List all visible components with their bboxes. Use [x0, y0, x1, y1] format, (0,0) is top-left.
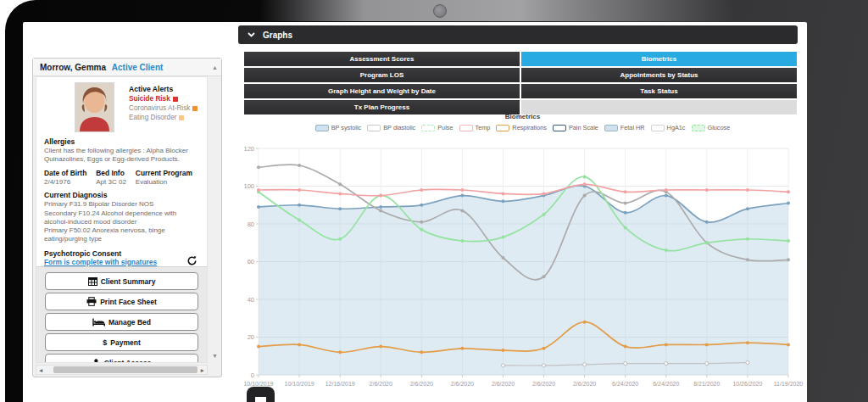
- diagnosis-list: Primary F31.9 Bipolar Disorder NOSSecond…: [44, 200, 199, 243]
- tab-biometrics[interactable]: Biometrics: [521, 52, 797, 66]
- consent-link[interactable]: Form is complete with signatures: [44, 258, 157, 266]
- alert-eating-disorder: Eating Disorder: [129, 114, 198, 121]
- print-face-sheet-button[interactable]: Print Face Sheet: [45, 293, 198, 310]
- scrollbar-thumb[interactable]: [53, 366, 198, 373]
- scroll-right-icon[interactable]: ►: [200, 367, 205, 373]
- allergies-title: Allergies: [44, 137, 199, 146]
- person-icon: [92, 359, 101, 364]
- svg-text:60: 60: [248, 258, 254, 265]
- svg-text:11/19/2020: 11/19/2020: [774, 381, 804, 387]
- legend-swatch-icon: [367, 125, 381, 131]
- active-alerts: Active Alerts Suicide RiskCoronavirus At…: [129, 82, 198, 132]
- info-bed-info: Bed InfoApt 3C 02: [96, 169, 126, 186]
- active-alerts-title: Active Alerts: [129, 85, 198, 93]
- legend-swatch-icon: [604, 125, 618, 131]
- grid-icon: [88, 277, 97, 286]
- alert-square-icon: [192, 106, 198, 111]
- chart-title: Biometrics: [240, 113, 805, 120]
- bed-icon: [92, 318, 105, 327]
- diagnosis-line: Secondary F10.24 Alcohol dependence with…: [44, 209, 199, 226]
- client-access-button[interactable]: Client Access: [45, 354, 198, 363]
- legend-swatch-icon: [553, 125, 566, 131]
- refresh-icon[interactable]: [186, 255, 198, 266]
- legend-bp-systolic[interactable]: BP systolic: [315, 124, 362, 131]
- legend-bp-diastolic[interactable]: BP diastolic: [367, 124, 415, 131]
- legend-swatch-icon: [459, 125, 473, 131]
- legend-swatch-icon: [692, 125, 705, 131]
- app-screen: Morrow, Gemma Active Client ▲ ▼: [23, 22, 807, 402]
- client-name: Morrow, Gemma: [40, 63, 106, 72]
- alert-suicide-risk: Suicide Risk: [129, 95, 198, 103]
- floating-action-button[interactable]: [247, 387, 275, 402]
- svg-text:2/6/2020: 2/6/2020: [451, 381, 474, 387]
- client-photo: [75, 82, 114, 132]
- client-card-body: Active Alerts Suicide RiskCoronavirus At…: [36, 76, 208, 363]
- alert-coronavirus-at-risk: Coronavirus At-Risk: [129, 104, 198, 112]
- svg-text:80: 80: [248, 221, 254, 228]
- graphs-panel-header[interactable]: Graphs: [238, 25, 798, 44]
- svg-text:2/6/2020: 2/6/2020: [370, 381, 392, 387]
- dollar-icon: $: [103, 338, 107, 347]
- client-card-header: Morrow, Gemma Active Client: [33, 59, 221, 76]
- svg-text:2/6/2020: 2/6/2020: [410, 381, 433, 387]
- svg-text:0: 0: [251, 371, 254, 379]
- client-actions: Client SummaryPrint Face SheetManage Bed…: [36, 266, 207, 363]
- client-summary-button[interactable]: Client Summary: [45, 272, 198, 290]
- tab-graph-height-and-weight-by-date[interactable]: Graph Height and Weight by Date: [244, 84, 520, 98]
- tab-program-los[interactable]: Program LOS: [244, 68, 520, 82]
- legend-glucose[interactable]: Glucose: [692, 124, 731, 131]
- diagnosis-line: Primary F31.9 Bipolar Disorder NOS: [44, 200, 199, 209]
- svg-text:8/21/2020: 8/21/2020: [693, 381, 720, 387]
- svg-text:6/24/2020: 6/24/2020: [653, 381, 679, 387]
- payment-button[interactable]: $Payment: [45, 333, 198, 351]
- tablet-camera-dot: [433, 4, 447, 18]
- svg-text:10/10/2019: 10/10/2019: [285, 381, 314, 387]
- legend-swatch-icon: [496, 125, 509, 131]
- tablet-frame: Morrow, Gemma Active Client ▲ ▼: [5, 0, 868, 402]
- client-summary-card: Morrow, Gemma Active Client ▲ ▼: [32, 58, 222, 377]
- chart-plot-area: 02040608010012010/10/201910/10/201912/16…: [240, 140, 805, 394]
- graphs-panel-title: Graphs: [263, 31, 292, 40]
- svg-text:2/6/2020: 2/6/2020: [573, 381, 596, 387]
- tablet-top-edge: [259, 0, 734, 21]
- legend-swatch-icon: [421, 125, 435, 131]
- svg-text:10/10/2019: 10/10/2019: [243, 381, 273, 387]
- svg-text:12/16/2019: 12/16/2019: [326, 381, 355, 387]
- legend-pulse[interactable]: Pulse: [421, 124, 453, 131]
- legend-respirations[interactable]: Respirations: [496, 124, 547, 131]
- allergies-text: Client has the following allergies : Alp…: [44, 147, 199, 164]
- svg-text:2/6/2020: 2/6/2020: [532, 381, 555, 387]
- info-current-program: Current ProgramEvaluation: [136, 169, 192, 186]
- tab-assessment-scores[interactable]: Assessment Scores: [244, 52, 520, 66]
- tab-appointments-by-status[interactable]: Appointments by Status: [521, 68, 797, 82]
- horizontal-scrollbar[interactable]: ◄ ►: [36, 365, 208, 375]
- legend-fetal-hr[interactable]: Fetal HR: [604, 124, 645, 131]
- tab-task-status[interactable]: Task Status: [521, 84, 797, 98]
- diagnosis-title: Current Diagnosis: [44, 191, 199, 199]
- alert-square-icon: [173, 97, 178, 102]
- legend-pain-scale[interactable]: Pain Scale: [553, 124, 598, 131]
- legend-temp[interactable]: Temp: [459, 124, 491, 131]
- alert-square-icon: [179, 115, 184, 120]
- client-status-badge[interactable]: Active Client: [112, 63, 164, 72]
- manage-bed-button[interactable]: Manage Bed: [45, 313, 198, 331]
- graph-tabs: Assessment ScoresBiometricsProgram LOSAp…: [244, 52, 797, 114]
- legend-hga1c[interactable]: HgA1c: [651, 124, 686, 131]
- scroll-up-icon[interactable]: ▲: [212, 64, 218, 70]
- printer-icon: [86, 297, 97, 306]
- legend-swatch-icon: [651, 125, 665, 131]
- page: Morrow, Gemma Active Client ▲ ▼: [0, 0, 868, 402]
- scroll-left-icon[interactable]: ◄: [38, 367, 43, 373]
- svg-text:6/24/2020: 6/24/2020: [612, 381, 638, 387]
- info-date-of-birth: Date of Birth2/4/1976: [44, 169, 86, 186]
- floating-action-glyph: [255, 397, 266, 402]
- biometrics-chart: Biometrics BP systolicBP diastolicPulseT…: [240, 113, 805, 402]
- scroll-down-icon[interactable]: ▼: [212, 353, 218, 359]
- client-info-row: Date of Birth2/4/1976Bed InfoApt 3C 02Cu…: [44, 169, 199, 186]
- diagnosis-line: Primary F50.02 Anorexia nervosa, binge e…: [44, 226, 199, 243]
- svg-text:20: 20: [248, 333, 254, 341]
- svg-text:100: 100: [243, 182, 254, 190]
- chart-legend: BP systolicBP diastolicPulseTempRespirat…: [240, 124, 805, 131]
- consent-title: Psychotropic Consent: [44, 249, 157, 258]
- svg-text:2/6/2020: 2/6/2020: [492, 381, 515, 387]
